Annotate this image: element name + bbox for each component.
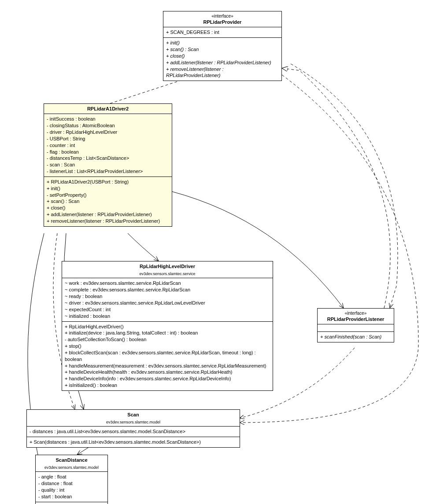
class-scan: Scan ev3dev.sensors.slamtec.model - dist… [26,409,240,448]
class-name: RPLidarA1Driver2 [44,104,172,114]
class-package: ev3dev.sensors.slamtec.service [62,271,273,278]
attributes: - angle : float - distance : float - qua… [36,471,107,501]
class-rplidara1driver2: RPLidarA1Driver2 - initSuccess : boolean… [44,103,172,227]
interface-rplidarproviderlistener: «interface» RPLidarProviderListener + sc… [317,308,394,342]
class-name: RpLidarHighLevelDriver [62,261,273,271]
attributes: ~ work : ev3dev.sensors.slamtec.service.… [62,278,273,321]
class-rplidarhighleveldriver: RpLidarHighLevelDriver ev3dev.sensors.sl… [62,261,273,391]
class-name: RPLidarProviderListener [320,316,391,322]
operations: + ScanDistance() [36,502,107,504]
operations: + scanFinished(scan : Scan) [318,331,394,342]
class-name: RPLidarProvider [166,19,279,25]
attributes: - initSuccess : boolean - closingStatus … [44,114,172,177]
operations: + Scan(distances : java.util.List<ev3dev… [27,437,240,447]
class-name: Scan [27,410,240,419]
interface-rplidarprovider: «interface» RPLidarProvider + SCAN_DEGRE… [163,11,282,81]
attributes: + SCAN_DEGREES : int [163,27,281,37]
stereotype: «interface» [320,310,391,316]
operations: + RPLidarA1Driver2(USBPort : String) + i… [44,177,172,226]
class-scandistance: ScanDistance ev3dev.sensors.slamtec.mode… [35,455,108,504]
attributes: - distances : java.util.List<ev3dev.sens… [27,426,240,437]
operations: + init() + scan() : Scan + close() + add… [163,37,281,81]
operations: + RpLidarHighLevelDriver() + initialize(… [62,321,273,390]
class-name: ScanDistance [36,455,107,465]
class-package: ev3dev.sensors.slamtec.model [27,419,240,426]
class-package: ev3dev.sensors.slamtec.model [36,465,107,471]
stereotype: «interface» [166,13,279,19]
attributes [318,324,394,331]
